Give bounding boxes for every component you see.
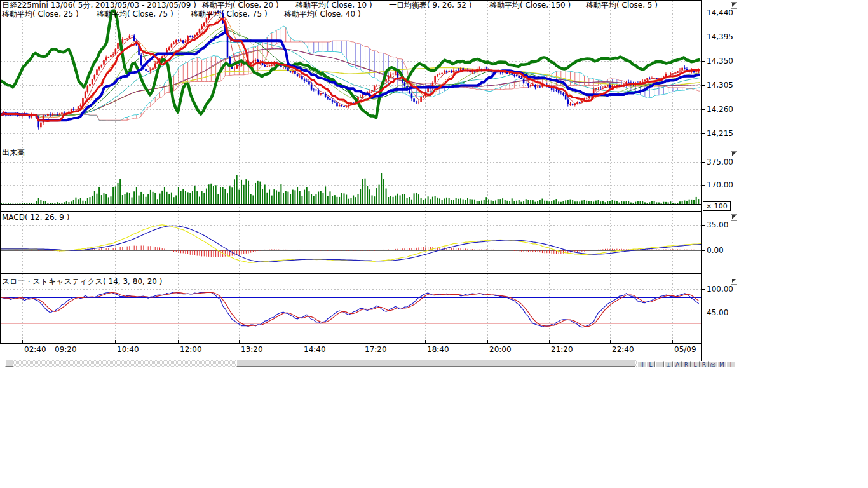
toolbar-button[interactable]: ⊥ [664,361,673,367]
indicator-label-ma150: 移動平均( Close, 150 ) [489,1,571,10]
toolbar-button[interactable]: — [655,361,664,367]
x-axis-label: 22:40 [612,346,634,353]
x-axis-label: 12:00 [180,346,202,353]
x-axis-label: 05/09 [674,346,696,353]
arrow-nw-icon [731,3,737,8]
indicator-label-ichimoku: 一目均衡表( 9, 26, 52 ) [389,1,471,10]
y-axis-label: 14,260 [707,105,733,113]
y-axis-label: 45.00 [707,309,728,316]
chart-application: 日経225mini 13/06( 5分, 2013/05/03 - 2013/0… [0,0,868,488]
x-axis-label: 13:20 [241,346,263,353]
indicator-label-ma20: 移動平均( Close, 20 ) [202,1,279,10]
toolbar-button[interactable]: @ [709,361,717,367]
indicator-label-ma40: 移動平均( Close, 40 ) [284,10,361,18]
indicator-label-ma5: 移動平均( Close, 5 ) [586,1,658,10]
toolbar-button[interactable]: || [637,361,646,367]
stochastics-pane-label: スロー・ストキャスティクス( 14, 3, 80, 20 ) [2,278,162,286]
y-axis-label: 0.00 [707,247,724,254]
x-axis-label: 20:00 [489,346,512,353]
indicator-label-ma10: 移動平均( Close, 10 ) [295,1,372,10]
pane-collapse-arrow[interactable] [731,214,737,221]
chart-window: 日経225mini 13/06( 5分, 2013/05/03 - 2013/0… [0,0,737,367]
indicator-label-ma25: 移動平均( Close, 25 ) [2,10,79,18]
volume-pane-label: 出来高 [2,149,25,157]
y-axis-label: 14,440 [707,9,733,17]
volume-multiplier-badge: × 100 [703,201,731,211]
arrow-nw-icon [731,278,737,284]
y-axis-label: 170.00 [707,181,733,189]
toolbar-button[interactable]: R [682,361,691,367]
h-scrollbar-thumb[interactable] [236,360,635,367]
toolbar-button[interactable]: R [700,361,709,367]
arrow-nw-icon [731,215,737,220]
indicator-label-ma75b: 移動平均( Close, 75 ) [191,10,268,18]
x-axis-label: 17:20 [365,346,387,353]
toolbar-button[interactable]: | [726,361,735,367]
y-axis-label: 100.00 [707,285,733,293]
toolbar-button[interactable]: L [691,361,700,367]
y-axis-label: 35.00 [707,221,728,229]
x-axis-label: 10:40 [117,346,139,353]
y-axis-label: 14,350 [707,57,733,65]
chart-canvas [0,0,737,367]
macd-pane-label: MACD( 12, 26, 9 ) [2,214,69,222]
y-axis-label: 14,305 [707,81,733,89]
x-axis-label: 18:40 [427,346,449,353]
x-axis-label: 21:20 [551,346,573,353]
chart-title: 日経225mini 13/06( 5分, 2013/05/03 - 2013/0… [2,1,196,10]
x-axis-label: 14:40 [304,346,326,353]
toolbar-button[interactable]: L [646,361,655,367]
toolbar-button[interactable]: A [673,361,682,367]
pane-collapse-arrow[interactable] [731,278,737,285]
x-axis-label: 09:20 [55,346,77,353]
x-axis-label: 02:40 [24,346,46,353]
toolbar-button[interactable]: M [717,361,726,367]
y-axis-label: 14,395 [707,33,733,41]
arrow-nw-icon [731,152,737,158]
indicator-label-ma75: 移動平均( Close, 75 ) [97,10,173,18]
y-axis-label: 14,215 [707,130,733,137]
scrollbar-left-button[interactable] [5,360,13,367]
y-axis-label: 375.00 [707,158,733,166]
